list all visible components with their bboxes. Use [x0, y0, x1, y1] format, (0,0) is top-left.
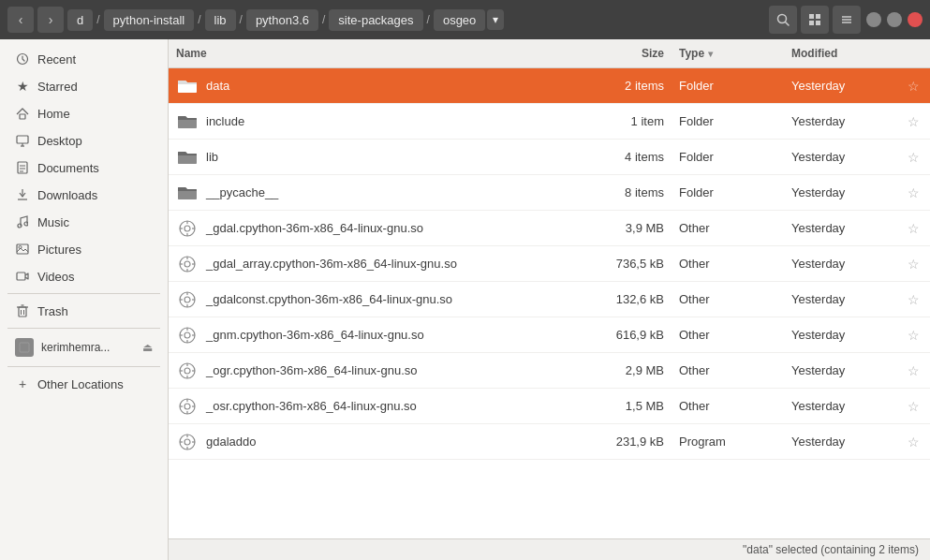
- breadcrumb-python36[interactable]: python3.6: [246, 9, 318, 31]
- sidebar-item-label: Desktop: [37, 134, 82, 148]
- cell-size: 1 item: [568, 109, 672, 134]
- forward-button[interactable]: ›: [37, 7, 64, 33]
- sidebar-item-label: Trash: [37, 304, 68, 318]
- star-button[interactable]: ☆: [904, 111, 923, 133]
- svg-rect-10: [20, 114, 25, 119]
- svg-point-30: [19, 342, 30, 353]
- cell-size: 231,9 kB: [568, 429, 672, 454]
- sidebar-item-videos[interactable]: Videos: [4, 263, 164, 289]
- cell-star: ☆: [896, 354, 930, 388]
- cell-name: data: [169, 69, 568, 103]
- file-name-text: _osr.cpython-36m-x86_64-linux-gnu.so: [206, 399, 417, 413]
- star-button[interactable]: ☆: [904, 75, 923, 97]
- column-modified[interactable]: Modified: [784, 39, 896, 67]
- column-size[interactable]: Size: [568, 39, 672, 67]
- breadcrumb-osgeo[interactable]: osgeo: [434, 9, 485, 31]
- cell-modified: Yesterday: [784, 73, 896, 98]
- cell-star: ☆: [896, 390, 930, 423]
- star-button[interactable]: ☆: [904, 288, 923, 311]
- file-name-text: _ogr.cpython-36m-x86_64-linux-gnu.so: [206, 363, 417, 377]
- cell-name: gdaladdo: [169, 425, 568, 459]
- cell-star: ☆: [896, 105, 930, 139]
- cell-modified: Yesterday: [784, 144, 896, 169]
- close-button[interactable]: [908, 12, 923, 27]
- minimize-button[interactable]: [866, 12, 881, 27]
- table-row[interactable]: data2 itemsFolderYesterday☆: [169, 68, 930, 104]
- table-row[interactable]: lib4 itemsFolderYesterday☆: [169, 140, 930, 175]
- table-row[interactable]: _gdalconst.cpython-36m-x86_64-linux-gnu.…: [169, 282, 930, 317]
- cell-type: Other: [672, 393, 784, 419]
- cell-name: _osr.cpython-36m-x86_64-linux-gnu.so: [169, 390, 568, 423]
- cell-type: Folder: [672, 73, 784, 98]
- star-button[interactable]: ☆: [904, 431, 923, 453]
- breadcrumb-lib[interactable]: lib: [205, 9, 236, 31]
- breadcrumb-dropdown[interactable]: ▾: [487, 9, 504, 30]
- sidebar-item-home[interactable]: Home: [4, 100, 164, 126]
- back-button[interactable]: ‹: [7, 7, 34, 33]
- sidebar-divider-3: [7, 366, 160, 367]
- table-row[interactable]: _gdal_array.cpython-36m-x86_64-linux-gnu…: [169, 246, 930, 282]
- breadcrumb-python-install[interactable]: python-install: [104, 9, 195, 31]
- maximize-button[interactable]: [887, 12, 902, 27]
- table-row[interactable]: _ogr.cpython-36m-x86_64-linux-gnu.so2,9 …: [169, 353, 930, 389]
- cell-name: include: [169, 105, 568, 139]
- star-button[interactable]: ☆: [904, 182, 923, 204]
- menu-button[interactable]: [833, 6, 861, 34]
- file-list: Name Size Type ▾ Modified data2 itemsFol…: [169, 39, 930, 560]
- sidebar-item-starred[interactable]: ★ Starred: [4, 73, 164, 99]
- cell-star: ☆: [896, 212, 930, 245]
- svg-point-33: [185, 226, 190, 231]
- sidebar-item-other-locations[interactable]: + Other Locations: [4, 371, 164, 397]
- table-row[interactable]: _gdal.cpython-36m-x86_64-linux-gnu.so3,9…: [169, 211, 930, 246]
- breadcrumb-d[interactable]: d: [67, 9, 93, 31]
- cell-size: 2 items: [568, 73, 672, 98]
- table-row[interactable]: gdaladdo231,9 kBProgramYesterday☆: [169, 424, 930, 460]
- sidebar-item-documents[interactable]: Documents: [4, 155, 164, 181]
- sidebar-item-pictures[interactable]: Pictures: [4, 236, 164, 262]
- sidebar-item-music[interactable]: Music: [4, 209, 164, 235]
- statusbar: "data" selected (containing 2 items): [169, 538, 930, 560]
- sidebar-item-label: Music: [37, 215, 69, 229]
- sidebar-section-places: Recent ★ Starred Home: [0, 39, 168, 404]
- column-name[interactable]: Name: [169, 39, 568, 67]
- svg-point-39: [185, 261, 190, 267]
- eject-button[interactable]: ⏏: [142, 341, 153, 354]
- folder-icon: [176, 111, 199, 133]
- star-button[interactable]: ☆: [904, 146, 923, 169]
- column-type[interactable]: Type ▾: [672, 39, 784, 67]
- account-label: kerimhemra...: [41, 341, 135, 354]
- svg-rect-5: [816, 21, 820, 25]
- star-button[interactable]: ☆: [904, 395, 923, 418]
- cell-modified: Yesterday: [784, 393, 896, 419]
- star-button[interactable]: ☆: [904, 217, 923, 240]
- star-icon: ★: [15, 79, 30, 94]
- table-row[interactable]: include1 itemFolderYesterday☆: [169, 104, 930, 140]
- svg-rect-4: [809, 21, 814, 25]
- breadcrumb-site-packages[interactable]: site-packages: [329, 9, 422, 31]
- svg-rect-3: [816, 14, 820, 19]
- table-header: Name Size Type ▾ Modified: [169, 39, 930, 68]
- view-toggle-button[interactable]: [801, 6, 829, 34]
- name-header-label: Name: [176, 47, 207, 60]
- star-button[interactable]: ☆: [904, 324, 923, 346]
- star-button[interactable]: ☆: [904, 253, 923, 275]
- sidebar-item-recent[interactable]: Recent: [4, 46, 164, 72]
- folder-icon: [176, 182, 199, 204]
- sidebar-item-label: Documents: [37, 161, 99, 175]
- main-area: Recent ★ Starred Home: [0, 39, 930, 560]
- sidebar-account[interactable]: kerimhemra... ⏏: [4, 332, 164, 362]
- sidebar-item-trash[interactable]: Trash: [4, 298, 164, 324]
- table-row[interactable]: _gnm.cpython-36m-x86_64-linux-gnu.so616,…: [169, 317, 930, 353]
- cell-modified: Yesterday: [784, 215, 896, 241]
- svg-rect-25: [19, 307, 26, 317]
- sidebar-item-desktop[interactable]: Desktop: [4, 127, 164, 154]
- file-name-text: include: [206, 114, 244, 128]
- table-row[interactable]: _osr.cpython-36m-x86_64-linux-gnu.so1,5 …: [169, 389, 930, 424]
- cell-modified: Yesterday: [784, 358, 896, 383]
- table-row[interactable]: __pycache__8 itemsFolderYesterday☆: [169, 175, 930, 211]
- account-icon: [15, 338, 34, 357]
- star-button[interactable]: ☆: [904, 360, 923, 382]
- sidebar-item-downloads[interactable]: Downloads: [4, 182, 164, 208]
- search-button[interactable]: [769, 6, 797, 34]
- cell-size: 132,6 kB: [568, 287, 672, 312]
